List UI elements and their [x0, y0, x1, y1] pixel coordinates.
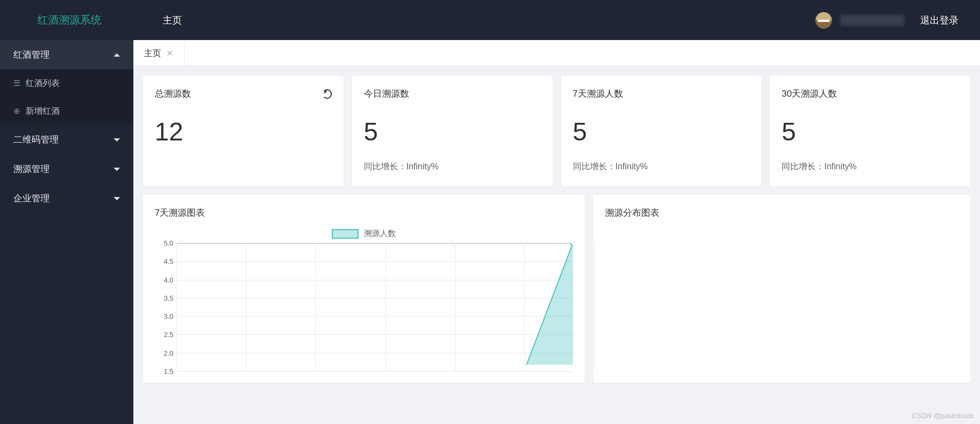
watermark: CSDN @pastclouds — [912, 412, 974, 420]
chart-area: 5.04.54.03.53.02.52.01.5 — [155, 243, 573, 371]
legend-label: 溯源人数 — [364, 229, 396, 239]
card-title: 今日溯源数 — [364, 88, 409, 100]
card-7day-trace: 7天溯源人数 5 同比增长：Infinity% — [561, 76, 762, 186]
tab-label: 主页 — [144, 48, 161, 59]
logout-link[interactable]: 退出登录 — [920, 14, 959, 27]
card-total-trace: 总溯源数 12 — [143, 76, 344, 186]
nav-home[interactable]: 主页 — [163, 14, 182, 27]
panel-title: 溯源分布图表 — [605, 207, 959, 219]
card-value: 5 — [573, 117, 750, 146]
card-value: 12 — [155, 117, 332, 146]
chevron-down-icon — [114, 138, 120, 142]
username — [840, 15, 904, 26]
sidebar-item-wine-list[interactable]: ☰ 红酒列表 — [0, 69, 133, 97]
card-title: 7天溯源人数 — [573, 88, 623, 100]
panel-7day-chart: 7天溯源图表 溯源人数 5.04.54.03.53.02.52.01.5 — [143, 195, 585, 383]
panel-title: 7天溯源图表 — [155, 207, 573, 219]
sidebar-group-label: 二维码管理 — [13, 134, 59, 146]
sidebar-group-qrcode[interactable]: 二维码管理 — [0, 125, 133, 154]
tab-home[interactable]: 主页 ✕ — [133, 40, 185, 66]
sidebar-group-wine[interactable]: 红酒管理 — [0, 40, 133, 69]
avatar[interactable] — [815, 12, 832, 29]
chart-legend: 溯源人数 — [155, 229, 573, 239]
card-subtext: 同比增长：Infinity% — [573, 161, 750, 172]
sidebar-group-label: 企业管理 — [13, 192, 50, 205]
refresh-icon[interactable] — [322, 89, 332, 99]
card-value: 5 — [782, 117, 959, 146]
sidebar-group-label: 溯源管理 — [13, 163, 50, 175]
chart-svg — [176, 243, 573, 365]
sidebar-item-wine-add[interactable]: ⊕ 新增红酒 — [0, 97, 133, 125]
main-content: 主页 ✕ 总溯源数 12 今日溯源数 5 同比增长：Inf — [133, 40, 980, 424]
tabs-bar: 主页 ✕ — [133, 40, 980, 66]
card-subtext: 同比增长：Infinity% — [782, 161, 959, 172]
sidebar-item-label: 红酒列表 — [26, 78, 60, 89]
svg-point-0 — [570, 243, 573, 246]
stat-cards: 总溯源数 12 今日溯源数 5 同比增长：Infinity% 7天溯源人数 — [143, 76, 970, 186]
card-today-trace: 今日溯源数 5 同比增长：Infinity% — [352, 76, 553, 186]
y-axis: 5.04.54.03.53.02.52.01.5 — [155, 243, 176, 371]
chevron-up-icon — [114, 53, 120, 57]
chevron-down-icon — [114, 197, 120, 200]
sidebar: 红酒管理 ☰ 红酒列表 ⊕ 新增红酒 二维码管理 溯源管理 企业管理 — [0, 40, 133, 424]
card-title: 30天溯源人数 — [782, 88, 837, 100]
legend-swatch — [332, 229, 358, 239]
chevron-down-icon — [114, 168, 120, 171]
card-title: 总溯源数 — [155, 88, 191, 100]
panel-distribution-chart: 溯源分布图表 — [593, 195, 970, 383]
card-subtext: 同比增长：Infinity% — [364, 161, 541, 172]
sidebar-group-company[interactable]: 企业管理 — [0, 184, 133, 213]
app-header: 红酒溯源系统 主页 退出登录 — [0, 0, 980, 40]
close-icon[interactable]: ✕ — [166, 49, 173, 58]
plus-circle-icon: ⊕ — [13, 106, 20, 116]
sidebar-group-trace[interactable]: 溯源管理 — [0, 154, 133, 184]
sidebar-item-label: 新增红酒 — [26, 106, 60, 117]
list-icon: ☰ — [13, 78, 20, 88]
sidebar-group-label: 红酒管理 — [13, 49, 50, 61]
card-30day-trace: 30天溯源人数 5 同比增长：Infinity% — [770, 76, 970, 186]
card-value: 5 — [364, 117, 541, 146]
app-title: 红酒溯源系统 — [0, 13, 133, 27]
